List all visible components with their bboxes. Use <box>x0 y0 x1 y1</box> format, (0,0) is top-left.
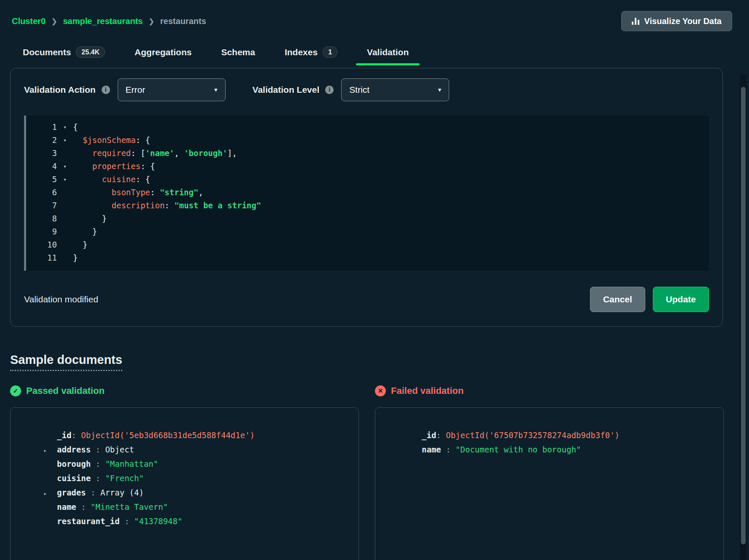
document-field: ▸address : Object <box>43 442 350 457</box>
code-editor[interactable]: 1▾{2▾ $jsonSchema: {3 required: ['name',… <box>24 116 709 271</box>
field-separator: : <box>91 457 105 471</box>
tab-label: Validation <box>367 47 409 57</box>
info-icon[interactable]: i <box>102 86 110 94</box>
passed-validation-header: ✓ Passed validation <box>10 385 359 396</box>
field-separator: : <box>91 471 105 485</box>
validation-action-select[interactable]: Error ▾ <box>118 78 226 101</box>
field-value: "41378948" <box>134 514 182 528</box>
code-text: required: ['name', 'borough'], <box>73 147 237 160</box>
chevron-down-icon: ▾ <box>214 86 218 94</box>
fold-caret-spacer <box>57 186 73 199</box>
breadcrumb-database[interactable]: sample_restaurants <box>63 16 143 26</box>
passed-validation-column: ✓ Passed validation _id: ObjectId('5eb3d… <box>10 385 359 560</box>
code-text: properties: { <box>73 160 155 173</box>
check-circle-icon: ✓ <box>10 385 21 396</box>
code-line: 9 } <box>24 225 709 238</box>
field-value: Array (4) <box>100 485 144 500</box>
failed-validation-label: Failed validation <box>391 385 463 396</box>
tab-label: Aggregations <box>135 47 191 57</box>
code-line: 1▾{ <box>24 121 709 134</box>
cancel-button[interactable]: Cancel <box>590 287 645 312</box>
tab-badge: 1 <box>323 46 337 58</box>
field-value: ObjectId('5eb3d668b31de5d588f44d1e') <box>81 428 255 442</box>
tab-validation[interactable]: Validation <box>356 40 420 65</box>
field-name: _id <box>57 428 71 442</box>
document-field: ▸grades : Array (4) <box>43 485 350 500</box>
line-number: 1 <box>24 121 57 134</box>
collection-view: Cluster0 ❯ sample_restaurants ❯ restaura… <box>0 0 749 560</box>
field-value: "Document with no borough" <box>455 442 581 457</box>
code-text: { <box>73 121 78 134</box>
field-name: address <box>57 442 91 457</box>
field-separator: : <box>71 428 81 442</box>
code-line: 5▾ cuisine: { <box>24 173 709 186</box>
fold-caret-icon[interactable]: ▾ <box>57 121 73 134</box>
validation-modified-status: Validation modified <box>24 294 98 304</box>
failed-document-card: _id: ObjectId('67507b732578274adb9db3f0'… <box>375 407 724 560</box>
line-number: 8 <box>24 212 57 225</box>
field-name: name <box>422 442 441 457</box>
bar-chart-icon <box>632 18 639 25</box>
fold-caret-spacer <box>57 212 73 225</box>
code-text: cuisine: { <box>73 173 150 186</box>
breadcrumb-cluster[interactable]: Cluster0 <box>12 16 46 26</box>
document-field: name : "Document with no borough" <box>408 442 715 457</box>
info-icon[interactable]: i <box>325 86 334 94</box>
passed-validation-label: Passed validation <box>26 385 105 396</box>
field-value: Object <box>105 442 134 457</box>
code-text: bsonType: "string", <box>73 186 203 199</box>
fold-caret-icon[interactable]: ▾ <box>57 173 73 186</box>
line-number: 3 <box>24 147 57 160</box>
line-number: 11 <box>24 251 57 264</box>
code-line: 8 } <box>24 212 709 225</box>
failed-validation-header: ✕ Failed validation <box>375 385 724 396</box>
fold-caret-icon[interactable]: ▾ <box>57 160 73 173</box>
field-separator: : <box>91 442 105 457</box>
expand-caret-icon[interactable]: ▸ <box>43 443 57 458</box>
line-number: 2 <box>24 134 57 147</box>
tab-label: Schema <box>221 47 255 57</box>
passed-document-card: _id: ObjectId('5eb3d668b31de5d588f44d1e'… <box>10 407 359 560</box>
document-field: _id: ObjectId('5eb3d668b31de5d588f44d1e'… <box>43 428 350 442</box>
failed-validation-column: ✕ Failed validation _id: ObjectId('67507… <box>375 385 724 560</box>
field-separator: : <box>120 514 134 528</box>
field-name: grades <box>57 485 86 500</box>
fold-caret-spacer <box>57 225 73 238</box>
vertical-scrollbar[interactable] <box>740 75 746 560</box>
validation-controls: Validation Action i Error ▾ Validation L… <box>24 78 709 101</box>
chevron-right-icon: ❯ <box>51 17 57 25</box>
fold-caret-spacer <box>57 238 73 251</box>
tab-badge: 25.4K <box>76 46 105 58</box>
field-name: name <box>57 500 76 514</box>
field-separator: : <box>76 500 91 514</box>
tab-label: Documents <box>23 47 71 57</box>
code-line: 2▾ $jsonSchema: { <box>24 134 709 147</box>
x-circle-icon: ✕ <box>375 385 386 396</box>
validation-footer: Validation modified Cancel Update <box>24 287 709 312</box>
field-name: _id <box>422 428 436 442</box>
validation-level-label: Validation Level <box>253 85 320 95</box>
scrollbar-thumb[interactable] <box>741 87 746 544</box>
code-text: $jsonSchema: { <box>73 134 150 147</box>
fold-caret-icon[interactable]: ▾ <box>57 134 73 147</box>
field-value: "Manhattan" <box>105 457 158 471</box>
code-editor-lines: 1▾{2▾ $jsonSchema: {3 required: ['name',… <box>24 121 709 264</box>
tab-aggregations[interactable]: Aggregations <box>124 40 202 65</box>
code-line: 7 description: "must be a string" <box>24 199 709 212</box>
expand-caret-icon[interactable]: ▸ <box>43 486 57 501</box>
validation-level-select[interactable]: Strict ▾ <box>341 78 449 101</box>
update-button[interactable]: Update <box>653 287 709 312</box>
tab-indexes[interactable]: Indexes1 <box>274 40 348 65</box>
tab-bar: Documents25.4KAggregationsSchemaIndexes1… <box>0 40 749 65</box>
tab-documents[interactable]: Documents25.4K <box>12 40 116 65</box>
field-value: "French" <box>105 471 144 485</box>
validation-action-value: Error <box>126 85 145 95</box>
visualize-data-button[interactable]: Visualize Your Data <box>621 11 732 31</box>
code-line: 10 } <box>24 238 709 251</box>
visualize-button-label: Visualize Your Data <box>644 16 722 26</box>
validation-editor-card: Validation Action i Error ▾ Validation L… <box>10 68 723 327</box>
fold-caret-spacer <box>57 147 73 160</box>
field-value: "Minetta Tavern" <box>91 500 168 514</box>
tab-schema[interactable]: Schema <box>210 40 266 65</box>
document-field: restaurant_id : "41378948" <box>43 514 350 528</box>
